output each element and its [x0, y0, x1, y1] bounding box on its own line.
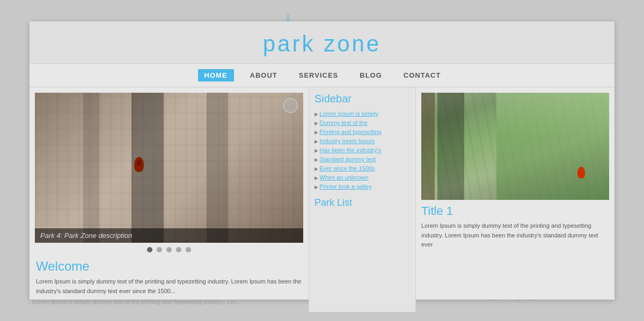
right-bark-edge: [421, 93, 435, 200]
sidebar-link-4[interactable]: Industry lorem Ipsum: [314, 138, 410, 144]
bark-shadow2: [83, 93, 99, 243]
right-bark-dark: [437, 93, 464, 200]
dot-3[interactable]: [166, 247, 172, 252]
sidebar-link-8[interactable]: When an unknown: [314, 174, 410, 181]
sidebar-link-2[interactable]: Dummy text of the: [314, 120, 410, 126]
nav-services[interactable]: SERVICES: [294, 69, 344, 81]
sidebar-title: Sidebar: [314, 93, 410, 105]
main-column: Park 4: Park Zone description Welcome Lo…: [30, 87, 309, 312]
slide-image: [35, 93, 303, 243]
nav-blog[interactable]: BLOG: [354, 69, 387, 81]
dot-2[interactable]: [157, 247, 162, 252]
bark-shadow3: [207, 93, 228, 243]
content-area: Park 4: Park Zone description Welcome Lo…: [30, 87, 614, 312]
header: park zone: [30, 21, 614, 64]
navigation: HOME ABOUT SERVICES BLOG CONTACT: [30, 64, 614, 87]
right-image: [421, 93, 609, 200]
sidebar-column: Sidebar Lorem Ipsum is simply Dummy text…: [309, 87, 416, 312]
nav-home[interactable]: HOME: [198, 69, 234, 81]
site-title: park zone: [30, 31, 614, 57]
welcome-title: Welcome: [36, 259, 302, 274]
nav-contact[interactable]: CONTACT: [398, 69, 447, 81]
dot-5[interactable]: [186, 247, 191, 252]
welcome-text: Lorem Ipsum is simply dummy text of the …: [36, 277, 302, 296]
bark-shadow: [131, 93, 164, 243]
sidebar-link-9[interactable]: Printer took a galley: [314, 183, 410, 190]
sidebar-link-5[interactable]: Has been the industry's: [314, 147, 410, 153]
right-red-bug: [577, 167, 585, 178]
sidebar-link-7[interactable]: Ever since the 1500s: [314, 165, 410, 171]
right-title: Title 1: [421, 204, 609, 218]
slide-play-button[interactable]: [283, 98, 298, 113]
sidebar-links: Lorem Ipsum is simply Dummy text of the …: [314, 110, 410, 190]
main-container: park zone HOME ABOUT SERVICES BLOG CONTA…: [30, 21, 614, 300]
welcome-section: Welcome Lorem Ipsum is simply dummy text…: [35, 259, 303, 296]
park-list-title: Park List: [314, 197, 410, 208]
right-text: Lorem Ipsum is simply dummy text of the …: [421, 221, 609, 250]
park-list-section: Park List: [314, 197, 410, 208]
nav-about[interactable]: ABOUT: [245, 69, 283, 81]
sidebar-link-6[interactable]: Standard dummy text: [314, 156, 410, 162]
dot-4[interactable]: [176, 247, 181, 252]
slideshow[interactable]: Park 4: Park Zone description: [35, 93, 303, 243]
slide-caption: Park 4: Park Zone description: [35, 228, 303, 243]
sidebar-link-3[interactable]: Printing and typesetting: [314, 129, 410, 135]
slide-dots: [35, 247, 303, 252]
dot-1[interactable]: [147, 247, 152, 252]
sidebar-link-1[interactable]: Lorem Ipsum is simply: [314, 110, 410, 117]
right-column: Title 1 Lorem Ipsum is simply dummy text…: [416, 87, 614, 312]
